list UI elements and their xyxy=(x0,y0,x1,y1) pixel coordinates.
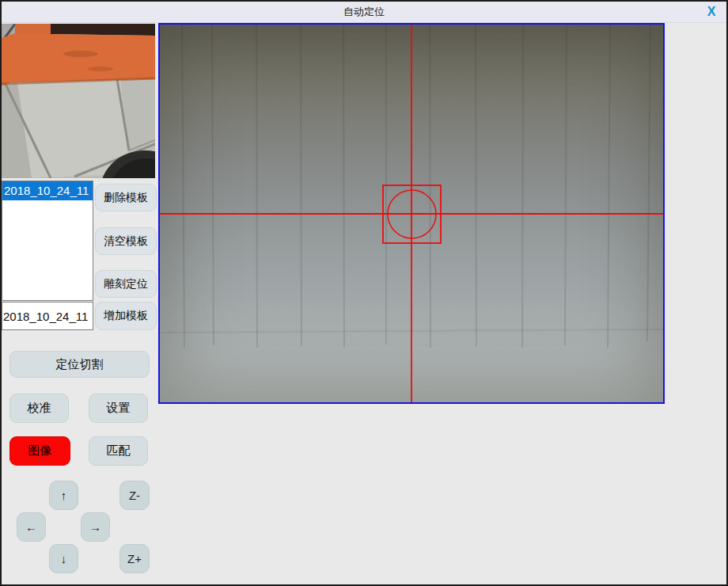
list-item[interactable]: 2018_10_24_11 xyxy=(2,181,93,200)
template-list[interactable]: 2018_10_24_11 xyxy=(2,181,93,301)
jog-left-button[interactable]: ← xyxy=(17,512,46,542)
engrave-position-button[interactable]: 雕刻定位 xyxy=(95,270,157,298)
calibrate-button[interactable]: 校准 xyxy=(9,394,69,423)
left-arrow-icon: ← xyxy=(25,521,37,533)
template-preview-image xyxy=(2,24,155,178)
jog-up-button[interactable]: ↑ xyxy=(49,481,78,510)
delete-template-button[interactable]: 删除模板 xyxy=(95,184,157,211)
z-minus-button[interactable]: Z- xyxy=(119,481,150,510)
title-bar: 自动定位 xyxy=(2,2,726,23)
image-button[interactable]: 图像 xyxy=(9,436,70,466)
clear-templates-button[interactable]: 清空模板 xyxy=(95,227,157,255)
up-arrow-icon: ↑ xyxy=(61,489,67,501)
camera-overlay xyxy=(160,25,663,402)
template-name-input[interactable] xyxy=(2,302,93,330)
down-arrow-icon: ↓ xyxy=(61,553,67,565)
position-cut-button[interactable]: 定位切割 xyxy=(9,351,150,378)
template-preview-scene xyxy=(2,24,155,178)
camera-view xyxy=(158,23,665,404)
jog-down-button[interactable]: ↓ xyxy=(49,544,78,573)
auto-position-dialog: 自动定位 X 2018_10_24_11 删除模板 清 xyxy=(0,0,728,586)
match-button[interactable]: 匹配 xyxy=(89,436,148,466)
z-plus-button[interactable]: Z+ xyxy=(119,544,150,573)
close-icon[interactable]: X xyxy=(703,4,719,20)
jog-right-button[interactable]: → xyxy=(81,512,110,542)
right-arrow-icon: → xyxy=(89,521,101,533)
add-template-button[interactable]: 增加模板 xyxy=(95,302,157,330)
settings-button[interactable]: 设置 xyxy=(89,394,148,423)
page-title: 自动定位 xyxy=(343,5,385,19)
